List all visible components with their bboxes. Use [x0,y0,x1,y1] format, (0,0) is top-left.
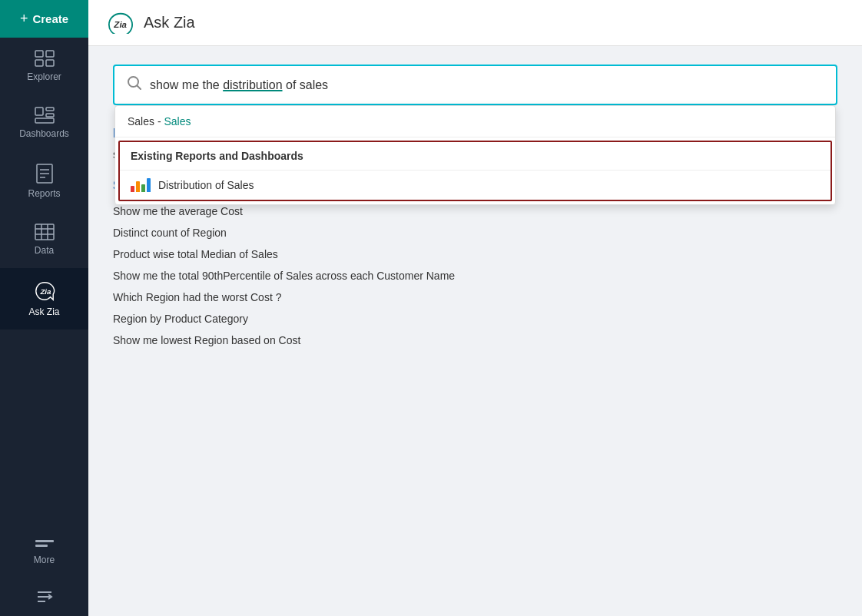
suggested-question-1[interactable]: Distinct count of Region [113,222,837,243]
svg-rect-3 [46,60,54,66]
more-icon [34,539,55,550]
dropdown-reports-section: Existing Reports and Dashboards Distribu… [118,141,832,201]
sidebar-item-more[interactable]: More [0,527,88,578]
collapse-sidebar-button[interactable] [0,578,88,616]
dropdown-green-label: Sales [164,115,191,128]
suggested-question-2[interactable]: Product wise total Median of Sales [113,243,837,265]
sidebar-item-reports-label: Reports [28,188,60,199]
search-value-plain: show me the [150,78,223,91]
suggested-question-5[interactable]: Region by Product Category [113,308,837,330]
create-label: Create [32,12,68,25]
bar-chart-icon [131,178,151,192]
sidebar-item-explorer[interactable]: Explorer [0,38,88,94]
sidebar-item-dashboards[interactable]: Dashboards [0,94,88,151]
sidebar-item-dashboards-label: Dashboards [19,128,69,139]
sidebar-item-more-label: More [34,555,55,565]
svg-text:Zia: Zia [39,287,51,296]
svg-rect-0 [35,51,43,57]
sidebar-item-data-label: Data [35,245,54,256]
svg-rect-6 [46,114,54,117]
header-title: Ask Zia [144,14,195,31]
dropdown-section-label: Sales - [128,115,164,128]
svg-rect-4 [35,108,43,115]
create-button[interactable]: + Create [0,0,88,38]
dropdown-reports-title: Existing Reports and Dashboards [120,142,831,171]
zia-icon: Zia [34,280,55,302]
data-icon [35,224,55,240]
dropdown-report-item[interactable]: Distribution of Sales [120,171,831,200]
sidebar-item-data[interactable]: Data [0,211,88,268]
search-value-rest: of sales [283,78,329,91]
main-content: Zia Ask Zia show me the distribution of … [88,0,862,616]
search-icon [127,75,142,94]
svg-text:Zia: Zia [113,20,127,29]
content-area: show me the distribution of sales Sales … [88,46,862,616]
search-value-underline: distribution [223,78,282,91]
suggested-question-3[interactable]: Show me the total 90thPercentile of Sale… [113,265,837,286]
sidebar-item-ask-zia-label: Ask Zia [28,306,59,317]
zia-logo-header: Zia [107,12,134,34]
svg-rect-2 [35,60,43,66]
search-dropdown: Sales - Sales Existing Reports and Dashb… [114,105,836,205]
dropdown-section-header: Sales - Sales [115,106,835,137]
svg-rect-18 [35,540,54,542]
sidebar-item-ask-zia[interactable]: Zia Ask Zia [0,268,88,330]
report-item-label: Distribution of Sales [158,179,254,191]
svg-rect-5 [46,108,54,111]
sidebar-item-reports[interactable]: Reports [0,151,88,211]
suggested-question-4[interactable]: Which Region had the worst Cost ? [113,286,837,308]
svg-rect-19 [35,545,48,547]
search-value: show me the distribution of sales [150,78,328,92]
reports-icon [36,164,53,184]
suggested-question-6[interactable]: Show me lowest Region based on Cost [113,330,837,351]
plus-icon: + [20,11,28,27]
sidebar: + Create Explorer Dashboards [0,0,88,616]
sidebar-item-explorer-label: Explorer [27,71,61,82]
svg-rect-7 [35,118,54,123]
svg-rect-1 [46,51,54,57]
explorer-icon [35,50,55,67]
header: Zia Ask Zia [88,0,862,46]
svg-rect-12 [35,224,54,240]
search-container: show me the distribution of sales Sales … [113,65,837,105]
svg-line-25 [138,86,141,90]
dashboard-icon [35,107,55,124]
